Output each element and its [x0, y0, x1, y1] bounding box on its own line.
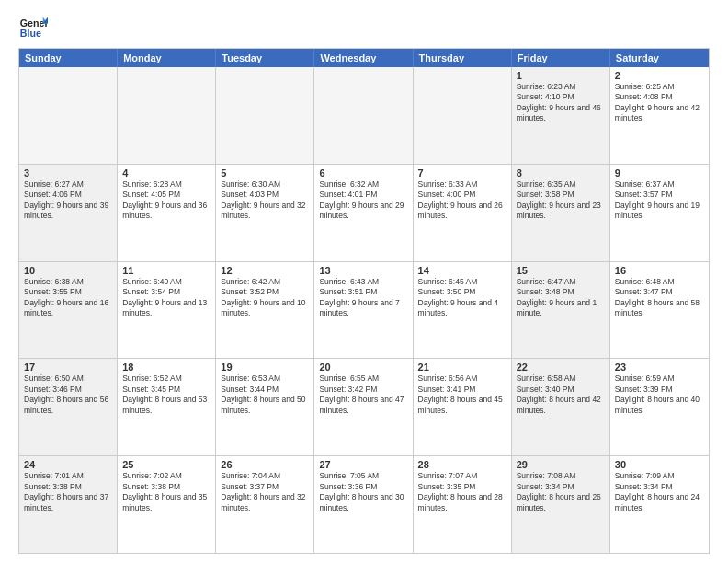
calendar-cell-30: 30Sunrise: 7:09 AMSunset: 3:34 PMDayligh… [610, 456, 709, 553]
calendar-cell-3: 3Sunrise: 6:27 AMSunset: 4:06 PMDaylight… [19, 165, 118, 261]
day-info: Sunrise: 7:08 AMSunset: 3:34 PMDaylight:… [517, 471, 605, 513]
calendar-cell-22: 22Sunrise: 6:58 AMSunset: 3:40 PMDayligh… [512, 359, 610, 455]
day-number: 29 [517, 459, 605, 470]
day-number: 1 [517, 70, 605, 81]
day-number: 24 [24, 459, 112, 470]
page: General Blue SundayMondayTuesdayWednesda… [0, 0, 728, 563]
header-day-monday: Monday [118, 49, 216, 67]
calendar-body: 1Sunrise: 6:23 AMSunset: 4:10 PMDaylight… [19, 67, 709, 553]
day-info: Sunrise: 6:30 AMSunset: 4:03 PMDaylight:… [221, 179, 309, 222]
day-info: Sunrise: 6:48 AMSunset: 3:47 PMDaylight:… [615, 277, 704, 319]
day-info: Sunrise: 6:50 AMSunset: 3:46 PMDaylight:… [24, 373, 112, 416]
day-number: 10 [24, 265, 112, 276]
calendar-cell-16: 16Sunrise: 6:48 AMSunset: 3:47 PMDayligh… [610, 262, 709, 359]
day-number: 28 [418, 459, 506, 470]
day-number: 15 [517, 265, 605, 276]
calendar-cell-26: 26Sunrise: 7:04 AMSunset: 3:37 PMDayligh… [216, 456, 314, 553]
day-number: 19 [221, 362, 309, 373]
day-number: 5 [221, 167, 309, 178]
header-day-tuesday: Tuesday [216, 49, 314, 67]
calendar-cell-1: 1Sunrise: 6:23 AMSunset: 4:10 PMDaylight… [512, 67, 610, 164]
calendar-cell-19: 19Sunrise: 6:53 AMSunset: 3:44 PMDayligh… [216, 359, 314, 455]
calendar-cell-empty-0-1 [118, 67, 216, 164]
day-info: Sunrise: 7:02 AMSunset: 3:38 PMDaylight:… [122, 471, 210, 513]
calendar-row-3: 17Sunrise: 6:50 AMSunset: 3:46 PMDayligh… [19, 358, 709, 455]
calendar-row-2: 10Sunrise: 6:38 AMSunset: 3:55 PMDayligh… [19, 261, 709, 359]
day-info: Sunrise: 7:05 AMSunset: 3:36 PMDaylight:… [319, 471, 407, 513]
day-info: Sunrise: 6:52 AMSunset: 3:45 PMDaylight:… [122, 373, 210, 416]
day-info: Sunrise: 7:07 AMSunset: 3:35 PMDaylight:… [418, 471, 506, 513]
day-info: Sunrise: 7:04 AMSunset: 3:37 PMDaylight:… [221, 471, 309, 513]
calendar-cell-17: 17Sunrise: 6:50 AMSunset: 3:46 PMDayligh… [19, 359, 118, 455]
day-number: 20 [319, 362, 407, 373]
day-info: Sunrise: 6:35 AMSunset: 3:58 PMDaylight:… [517, 179, 605, 222]
calendar-cell-21: 21Sunrise: 6:56 AMSunset: 3:41 PMDayligh… [414, 359, 512, 455]
day-number: 3 [24, 167, 112, 178]
day-number: 9 [615, 167, 704, 178]
calendar-cell-15: 15Sunrise: 6:47 AMSunset: 3:48 PMDayligh… [512, 262, 610, 359]
day-number: 7 [418, 167, 506, 178]
header-day-sunday: Sunday [19, 49, 118, 67]
calendar-cell-23: 23Sunrise: 6:59 AMSunset: 3:39 PMDayligh… [610, 359, 709, 455]
day-number: 13 [319, 265, 407, 276]
day-number: 12 [221, 265, 309, 276]
generalblue-logo-icon: General Blue [18, 15, 48, 40]
day-number: 2 [615, 70, 704, 81]
header: General Blue [18, 15, 710, 40]
day-info: Sunrise: 6:40 AMSunset: 3:54 PMDaylight:… [122, 277, 210, 319]
day-info: Sunrise: 6:58 AMSunset: 3:40 PMDaylight:… [517, 373, 605, 416]
day-number: 25 [122, 459, 210, 470]
header-day-thursday: Thursday [414, 49, 512, 67]
day-number: 30 [615, 459, 704, 470]
calendar-row-0: 1Sunrise: 6:23 AMSunset: 4:10 PMDaylight… [19, 67, 709, 164]
calendar-cell-25: 25Sunrise: 7:02 AMSunset: 3:38 PMDayligh… [118, 456, 216, 553]
header-day-wednesday: Wednesday [314, 49, 413, 67]
calendar-cell-6: 6Sunrise: 6:32 AMSunset: 4:01 PMDaylight… [314, 165, 413, 261]
day-info: Sunrise: 7:09 AMSunset: 3:34 PMDaylight:… [615, 471, 704, 513]
day-info: Sunrise: 6:25 AMSunset: 4:08 PMDaylight:… [615, 82, 704, 124]
day-info: Sunrise: 6:59 AMSunset: 3:39 PMDaylight:… [615, 373, 704, 416]
calendar: SundayMondayTuesdayWednesdayThursdayFrid… [18, 48, 710, 554]
calendar-cell-28: 28Sunrise: 7:07 AMSunset: 3:35 PMDayligh… [414, 456, 512, 553]
calendar-cell-empty-0-3 [314, 67, 413, 164]
day-number: 11 [122, 265, 210, 276]
day-info: Sunrise: 6:53 AMSunset: 3:44 PMDaylight:… [221, 373, 309, 416]
header-day-friday: Friday [512, 49, 610, 67]
day-info: Sunrise: 6:45 AMSunset: 3:50 PMDaylight:… [418, 277, 506, 319]
calendar-cell-12: 12Sunrise: 6:42 AMSunset: 3:52 PMDayligh… [216, 262, 314, 359]
day-number: 4 [122, 167, 210, 178]
calendar-cell-20: 20Sunrise: 6:55 AMSunset: 3:42 PMDayligh… [314, 359, 413, 455]
day-number: 6 [319, 167, 407, 178]
day-info: Sunrise: 7:01 AMSunset: 3:38 PMDaylight:… [24, 471, 112, 513]
day-info: Sunrise: 6:38 AMSunset: 3:55 PMDaylight:… [24, 277, 112, 319]
day-number: 8 [517, 167, 605, 178]
calendar-cell-7: 7Sunrise: 6:33 AMSunset: 4:00 PMDaylight… [414, 165, 512, 261]
calendar-cell-29: 29Sunrise: 7:08 AMSunset: 3:34 PMDayligh… [512, 456, 610, 553]
svg-text:Blue: Blue [20, 28, 41, 39]
day-info: Sunrise: 6:32 AMSunset: 4:01 PMDaylight:… [319, 179, 407, 222]
day-info: Sunrise: 6:43 AMSunset: 3:51 PMDaylight:… [319, 277, 407, 319]
calendar-cell-empty-0-4 [414, 67, 512, 164]
header-day-saturday: Saturday [610, 49, 709, 67]
day-number: 18 [122, 362, 210, 373]
day-number: 26 [221, 459, 309, 470]
day-number: 14 [418, 265, 506, 276]
day-number: 17 [24, 362, 112, 373]
calendar-cell-empty-0-0 [19, 67, 118, 164]
day-number: 23 [615, 362, 704, 373]
calendar-cell-18: 18Sunrise: 6:52 AMSunset: 3:45 PMDayligh… [118, 359, 216, 455]
day-number: 21 [418, 362, 506, 373]
calendar-row-1: 3Sunrise: 6:27 AMSunset: 4:06 PMDaylight… [19, 164, 709, 261]
day-number: 16 [615, 265, 704, 276]
day-info: Sunrise: 6:28 AMSunset: 4:05 PMDaylight:… [122, 179, 210, 222]
calendar-cell-5: 5Sunrise: 6:30 AMSunset: 4:03 PMDaylight… [216, 165, 314, 261]
day-info: Sunrise: 6:27 AMSunset: 4:06 PMDaylight:… [24, 179, 112, 222]
day-info: Sunrise: 6:23 AMSunset: 4:10 PMDaylight:… [517, 82, 605, 124]
calendar-cell-2: 2Sunrise: 6:25 AMSunset: 4:08 PMDaylight… [610, 67, 709, 164]
calendar-row-4: 24Sunrise: 7:01 AMSunset: 3:38 PMDayligh… [19, 455, 709, 553]
calendar-cell-27: 27Sunrise: 7:05 AMSunset: 3:36 PMDayligh… [314, 456, 413, 553]
calendar-cell-14: 14Sunrise: 6:45 AMSunset: 3:50 PMDayligh… [414, 262, 512, 359]
calendar-cell-13: 13Sunrise: 6:43 AMSunset: 3:51 PMDayligh… [314, 262, 413, 359]
calendar-cell-4: 4Sunrise: 6:28 AMSunset: 4:05 PMDaylight… [118, 165, 216, 261]
calendar-cell-10: 10Sunrise: 6:38 AMSunset: 3:55 PMDayligh… [19, 262, 118, 359]
